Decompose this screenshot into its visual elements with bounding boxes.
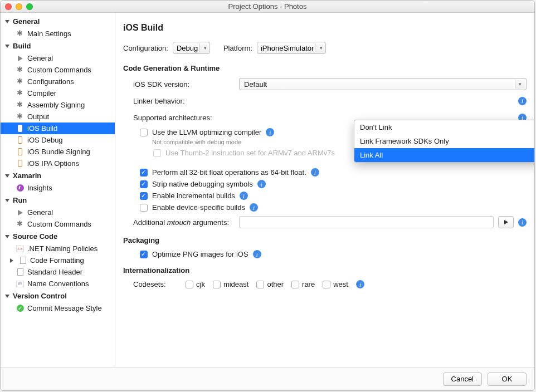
linker-option-dont-link[interactable]: Don't Link <box>354 120 534 134</box>
info-icon[interactable]: i <box>253 250 261 258</box>
sidebar-item-label: iOS Build <box>27 124 57 133</box>
codeset-other-checkbox[interactable] <box>256 281 264 288</box>
intl-section-title: Internationalization <box>123 266 527 275</box>
platform-label: Platform: <box>223 44 252 52</box>
sidebar-item-label: .NET Naming Policies <box>27 244 98 253</box>
phone-icon <box>16 148 24 156</box>
sidebar-item-insights[interactable]: Insights <box>1 182 115 194</box>
sidebar-item-ios-bundle-signing[interactable]: iOS Bundle Signing <box>1 146 115 158</box>
codeset-rare-checkbox[interactable] <box>291 281 299 288</box>
section-label: Run <box>13 196 27 204</box>
device-checkbox[interactable] <box>140 204 148 212</box>
sidebar-item-label: Compiler <box>27 89 56 97</box>
sidebar-section-source[interactable]: Source Code <box>1 230 115 243</box>
play-icon <box>16 55 24 62</box>
llvm-checkbox[interactable] <box>140 129 148 136</box>
sidebar-item-standard-header[interactable]: Standard Header <box>1 266 115 278</box>
incremental-checkbox[interactable] <box>140 192 148 200</box>
phone-icon <box>16 125 24 133</box>
sidebar-section-general[interactable]: General <box>1 15 115 28</box>
gear-icon <box>17 90 24 97</box>
sidebar-item-general[interactable]: General <box>1 52 115 64</box>
linker-label: Linker behavior: <box>133 97 239 105</box>
info-icon[interactable]: i <box>518 218 527 227</box>
info-icon[interactable]: i <box>266 128 274 136</box>
float-label: Perform all 32-bit float operations as 6… <box>152 168 306 177</box>
document-icon <box>16 268 24 276</box>
info-icon[interactable]: i <box>250 203 258 212</box>
check-circle-icon: ✓ <box>16 305 24 312</box>
info-icon[interactable]: i <box>311 168 319 177</box>
optimize-png-label: Optimize PNG images for iOS <box>152 250 248 258</box>
thumb-label: Use Thumb-2 instruction set for ARMv7 an… <box>165 149 335 157</box>
sidebar-item-custom-commands[interactable]: Custom Commands <box>1 64 115 76</box>
codeset-mideast-checkbox[interactable] <box>213 281 221 288</box>
sidebar-item-label: Custom Commands <box>27 220 91 228</box>
sidebar-section-xamarin[interactable]: Xamarin <box>1 169 115 182</box>
sidebar-section-build[interactable]: Build <box>1 40 115 52</box>
linker-dropdown-popup: Don't Link Link Framework SDKs Only Link… <box>354 120 534 163</box>
section-label: Source Code <box>13 232 57 241</box>
close-icon[interactable] <box>5 3 12 10</box>
codeset-label: west <box>333 280 348 288</box>
configuration-select[interactable]: Debug <box>173 42 210 54</box>
gear-icon <box>17 113 24 120</box>
section-label: Version Control <box>13 292 67 300</box>
sidebar-item-ios-debug[interactable]: iOS Debug <box>1 134 115 146</box>
sidebar-item-ios-build[interactable]: iOS Build <box>1 122 115 134</box>
sidebar-item-run-custom[interactable]: Custom Commands <box>1 218 115 230</box>
sidebar-item-label: iOS Bundle Signing <box>27 148 90 156</box>
chevron-down-icon: ▾ <box>515 80 525 89</box>
sidebar-section-version-control[interactable]: Version Control <box>1 290 115 302</box>
sidebar-item-assembly-signing[interactable]: Assembly Signing <box>1 99 115 111</box>
sidebar-item-label: iOS IPA Options <box>27 159 79 168</box>
sidebar-item-label: iOS Debug <box>27 136 63 144</box>
ok-button[interactable]: OK <box>488 373 527 386</box>
sidebar-item-ios-ipa[interactable]: iOS IPA Options <box>1 158 115 169</box>
info-icon[interactable]: i <box>257 180 266 188</box>
sidebar-item-main-settings[interactable]: Main Settings <box>1 28 115 40</box>
optimize-png-checkbox[interactable] <box>140 251 148 258</box>
sidebar-item-label: Output <box>27 112 49 121</box>
sidebar-item-naming-policies[interactable]: A.B .NET Naming Policies <box>1 243 115 254</box>
chevron-down-icon <box>5 174 9 178</box>
platform-select[interactable]: iPhoneSimulator <box>257 42 326 54</box>
sidebar-item-commit-style[interactable]: ✓ Commit Message Style <box>1 302 115 314</box>
float-checkbox[interactable] <box>140 169 148 177</box>
run-mtouch-button[interactable] <box>498 216 514 228</box>
info-icon[interactable]: i <box>356 280 364 288</box>
incremental-label: Enable incremental builds <box>152 192 235 200</box>
mtouch-input[interactable] <box>239 216 494 228</box>
info-icon[interactable]: i <box>518 97 527 105</box>
strip-checkbox[interactable] <box>140 180 148 188</box>
sidebar-item-run-general[interactable]: General <box>1 207 115 218</box>
sidebar-item-output[interactable]: Output <box>1 111 115 122</box>
sidebar-section-run[interactable]: Run <box>1 194 115 207</box>
footer: Cancel OK <box>1 367 534 390</box>
cancel-button[interactable]: Cancel <box>443 373 482 386</box>
sidebar-item-code-formatting[interactable]: Code Formatting <box>1 254 115 266</box>
gear-icon <box>17 66 24 74</box>
phone-icon <box>16 160 24 168</box>
sidebar-item-configurations[interactable]: Configurations <box>1 76 115 87</box>
linker-option-link-all[interactable]: Link All <box>354 148 534 162</box>
titlebar: Project Options - Photos <box>1 1 534 13</box>
sidebar-item-name-conventions[interactable]: iR Name Conventions <box>1 278 115 290</box>
insights-icon <box>16 184 24 192</box>
linker-option-framework-only[interactable]: Link Framework SDKs Only <box>354 134 534 148</box>
maximize-icon[interactable] <box>26 3 33 10</box>
info-icon[interactable]: i <box>240 192 248 200</box>
sidebar-item-label: Name Conventions <box>27 280 89 288</box>
section-label: Build <box>13 42 31 50</box>
project-options-window: Project Options - Photos General Main Se… <box>0 0 535 391</box>
codeset-label: mideast <box>223 280 249 288</box>
codeset-label: other <box>267 280 284 288</box>
codeset-west-checkbox[interactable] <box>323 281 330 288</box>
sidebar-item-label: Main Settings <box>27 30 71 38</box>
sidebar-item-compiler[interactable]: Compiler <box>1 87 115 99</box>
code-gen-section-title: Code Generation & Runtime <box>123 64 527 72</box>
minimize-icon[interactable] <box>16 3 22 10</box>
codeset-label: rare <box>302 280 315 288</box>
codeset-cjk-checkbox[interactable] <box>186 281 193 288</box>
sdk-select[interactable]: Default ▾ <box>239 78 527 90</box>
